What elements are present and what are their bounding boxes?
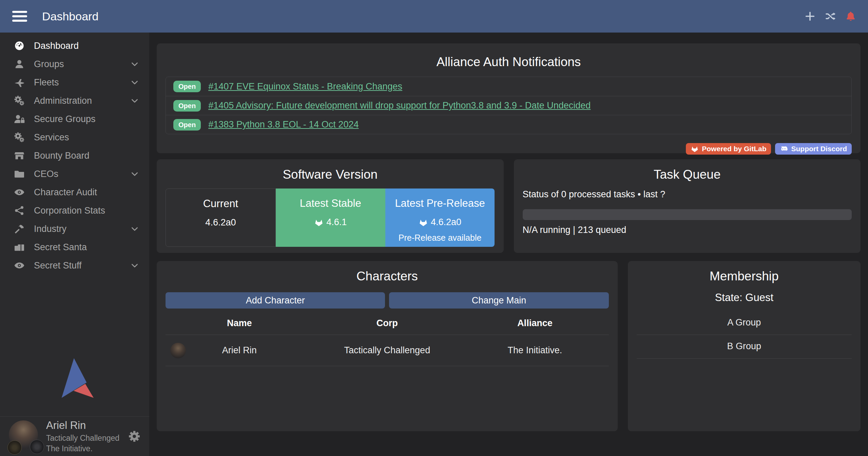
group-row: A Group — [637, 311, 852, 335]
sidebar-item-character-audit[interactable]: Character Audit — [0, 183, 149, 201]
characters-table: Name Corp Alliance Ariel Rin Tactically … — [166, 311, 609, 366]
sidebar-item-industry[interactable]: Industry — [0, 220, 149, 238]
discord-badge[interactable]: Support Discord — [775, 143, 852, 155]
software-version-title: Software Version — [166, 167, 495, 182]
corp-logo — [7, 440, 22, 455]
notification-link[interactable]: #1407 EVE Equinox Status - Breaking Chan… — [208, 81, 402, 92]
add-icon[interactable] — [804, 11, 816, 22]
add-character-button[interactable]: Add Character — [166, 292, 385, 309]
characters-title: Characters — [166, 269, 609, 283]
cogs-icon — [12, 132, 27, 143]
navbar-actions — [804, 11, 856, 22]
notification-link[interactable]: #1383 Python 3.8 EOL - 14 Oct 2024 — [208, 119, 359, 130]
sidebar-item-bounty-board[interactable]: Bounty Board — [0, 146, 149, 165]
page-title: Dashboard — [42, 10, 98, 23]
gitlab-tanuki-icon — [419, 218, 428, 227]
user-lock-icon — [12, 113, 27, 125]
task-queue-status: Status of 0 processed tasks • last ? — [523, 189, 852, 200]
notification-link[interactable]: #1405 Advisory: Future development will … — [208, 100, 591, 111]
membership-groups: A Group B Group — [637, 311, 852, 359]
sidebar-item-services[interactable]: Services — [0, 128, 149, 146]
sidebar-item-dashboard[interactable]: Dashboard — [0, 37, 149, 55]
alliance-logo — [30, 440, 44, 454]
version-latest-prerelease-box: Latest Pre-Release 4.6.2a0 Pre-Release a… — [385, 189, 495, 247]
notification-bell-icon[interactable] — [845, 11, 856, 22]
store-icon — [12, 150, 27, 161]
folder-icon — [12, 168, 27, 180]
sidebar-item-secure-groups[interactable]: Secure Groups — [0, 110, 149, 128]
user-icon — [12, 58, 27, 70]
chevron-down-icon — [130, 261, 139, 270]
gitlab-tanuki-icon — [314, 218, 324, 227]
user-alliance: The Initiative. — [46, 444, 119, 454]
sidebar-item-administration[interactable]: Administration — [0, 92, 149, 110]
gitlab-badge[interactable]: Powered by GitLab — [686, 143, 771, 155]
cogs-icon — [12, 95, 27, 106]
change-main-button[interactable]: Change Main — [389, 292, 609, 309]
user-panel: Ariel Rin Tactically Challenged The Init… — [0, 416, 149, 456]
character-portrait — [170, 343, 186, 358]
chevron-down-icon — [130, 60, 139, 68]
share-icon — [12, 205, 27, 216]
software-version-panel: Software Version Current 4.6.2a0 Latest … — [157, 159, 504, 253]
status-badge: Open — [173, 100, 201, 112]
sidebar-toggle-button[interactable] — [12, 11, 27, 22]
task-queue-title: Task Queue — [523, 167, 852, 182]
main-content: Alliance Auth Notifications Open #1407 E… — [149, 33, 868, 456]
table-header-row: Name Corp Alliance — [166, 311, 609, 335]
sidebar-item-secret-stuff[interactable]: Secret Stuff — [0, 256, 149, 275]
dashboard-gauge-icon — [12, 40, 27, 52]
membership-panel: Membership State: Guest A Group B Group — [628, 261, 861, 431]
sidebar: Dashboard Groups Fleets Administration S… — [0, 33, 149, 456]
fighter-jet-icon — [12, 77, 27, 88]
group-row: B Group — [637, 335, 852, 359]
notifications-title: Alliance Auth Notifications — [166, 55, 852, 69]
task-queue-counts: N/A running | 213 queued — [523, 225, 852, 235]
sidebar-item-fleets[interactable]: Fleets — [0, 73, 149, 92]
notifications-panel: Alliance Auth Notifications Open #1407 E… — [157, 43, 861, 153]
notification-item: Open #1407 EVE Equinox Status - Breaking… — [166, 77, 851, 96]
top-navbar: Dashboard — [0, 0, 868, 33]
settings-gear-icon[interactable] — [128, 430, 140, 442]
version-current-box: Current 4.6.2a0 — [166, 189, 276, 247]
chevron-down-icon — [130, 78, 139, 87]
chevron-down-icon — [130, 96, 139, 105]
badge-row: Powered by GitLab Support Discord — [166, 143, 852, 155]
sidebar-item-ceos[interactable]: CEOs — [0, 165, 149, 183]
character-row: Ariel Rin Tactically Challenged The Init… — [166, 335, 609, 366]
user-name: Ariel Rin — [46, 419, 119, 432]
status-badge: Open — [173, 81, 201, 92]
gifts-icon — [12, 241, 27, 253]
chevron-down-icon — [130, 224, 139, 233]
notifications-list: Open #1407 EVE Equinox Status - Breaking… — [166, 77, 852, 134]
membership-state: State: Guest — [637, 292, 852, 304]
chevron-down-icon — [130, 170, 139, 178]
eye-icon — [12, 186, 27, 198]
version-latest-stable-box: Latest Stable 4.6.1 — [276, 189, 385, 247]
sidebar-item-groups[interactable]: Groups — [0, 55, 149, 73]
notification-item: Open #1405 Advisory: Future development … — [166, 96, 851, 115]
notification-item: Open #1383 Python 3.8 EOL - 14 Oct 2024 — [166, 115, 851, 134]
sidebar-item-corporation-stats[interactable]: Corporation Stats — [0, 201, 149, 220]
shuffle-icon[interactable] — [825, 11, 836, 22]
membership-title: Membership — [637, 269, 852, 283]
gitlab-tanuki-icon — [691, 145, 699, 153]
sidebar-item-secret-santa[interactable]: Secret Santa — [0, 238, 149, 256]
task-queue-panel: Task Queue Status of 0 processed tasks •… — [514, 159, 861, 253]
task-queue-progressbar — [523, 209, 852, 220]
eye-icon — [12, 260, 27, 271]
user-corp: Tactically Challenged — [46, 433, 119, 443]
discord-icon — [780, 145, 788, 153]
alliance-auth-logo — [54, 357, 94, 399]
status-badge: Open — [173, 119, 201, 131]
characters-panel: Characters Add Character Change Main Nam… — [157, 261, 618, 431]
hammer-icon — [12, 223, 27, 235]
